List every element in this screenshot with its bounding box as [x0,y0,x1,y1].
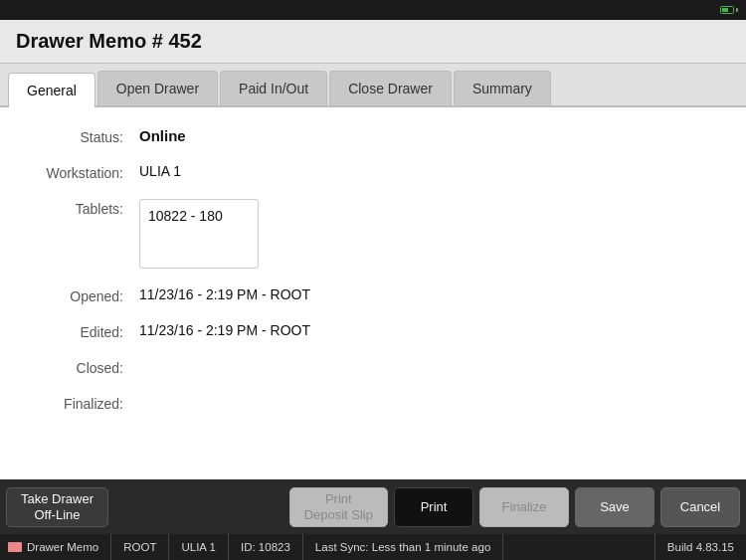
closed-row: Closed: [30,358,716,376]
tablets-row: Tablets: 10822 - 180 [30,199,716,269]
drawer-memo-icon [8,542,22,552]
print-button[interactable]: Print [394,487,473,527]
tab-open-drawer[interactable]: Open Drawer [97,71,218,105]
tab-summary[interactable]: Summary [454,71,551,105]
cancel-button[interactable]: Cancel [660,487,740,527]
tablets-box: 10822 - 180 [139,199,259,269]
tab-paid-in-out[interactable]: Paid In/Out [220,71,327,105]
status-bar: Drawer Memo ROOT ULIA 1 ID: 10823 Last S… [0,534,746,560]
edited-row: Edited: 11/23/16 - 2:19 PM - ROOT [30,322,716,340]
tab-bar: General Open Drawer Paid In/Out Close Dr… [0,64,746,107]
print-deposit-slip-button[interactable]: Print Deposit Slip [289,487,388,527]
opened-row: Opened: 11/23/16 - 2:19 PM - ROOT [30,286,716,304]
tab-close-drawer[interactable]: Close Drawer [329,71,452,105]
finalized-label: Finalized: [30,394,139,412]
status-user: ROOT [111,534,169,560]
tablets-label: Tablets: [30,199,139,217]
status-sync: Last Sync: Less than 1 minute ago [303,534,503,560]
status-id: ID: 10823 [229,534,303,560]
status-workstation: ULIA 1 [169,534,229,560]
status-value: Online [139,127,186,144]
edited-value: 11/23/16 - 2:19 PM - ROOT [139,322,310,338]
tablets-value: 10822 - 180 [148,208,223,224]
status-label: Status: [30,127,139,145]
status-app-name: Drawer Memo [0,534,111,560]
workstation-label: Workstation: [30,163,139,181]
tab-general[interactable]: General [8,73,95,107]
opened-value: 11/23/16 - 2:19 PM - ROOT [139,286,310,302]
battery-icon [720,5,738,15]
workstation-row: Workstation: ULIA 1 [30,163,716,181]
title-bar: Drawer Memo # 452 [0,20,746,64]
main-content: Status: Online Workstation: ULIA 1 Table… [0,107,746,479]
finalized-row: Finalized: [30,394,716,412]
finalize-button[interactable]: Finalize [479,487,569,527]
page-title: Drawer Memo # 452 [16,30,202,53]
closed-label: Closed: [30,358,139,376]
workstation-value: ULIA 1 [139,163,181,179]
take-drawer-button[interactable]: Take Drawer Off-Line [6,487,108,527]
save-button[interactable]: Save [575,487,654,527]
opened-label: Opened: [30,286,139,304]
edited-label: Edited: [30,322,139,340]
status-build: Build 4.83.15 [654,534,746,560]
status-row: Status: Online [30,127,716,145]
bottom-toolbar: Take Drawer Off-Line Print Deposit Slip … [0,479,746,534]
top-status-bar [0,0,746,20]
